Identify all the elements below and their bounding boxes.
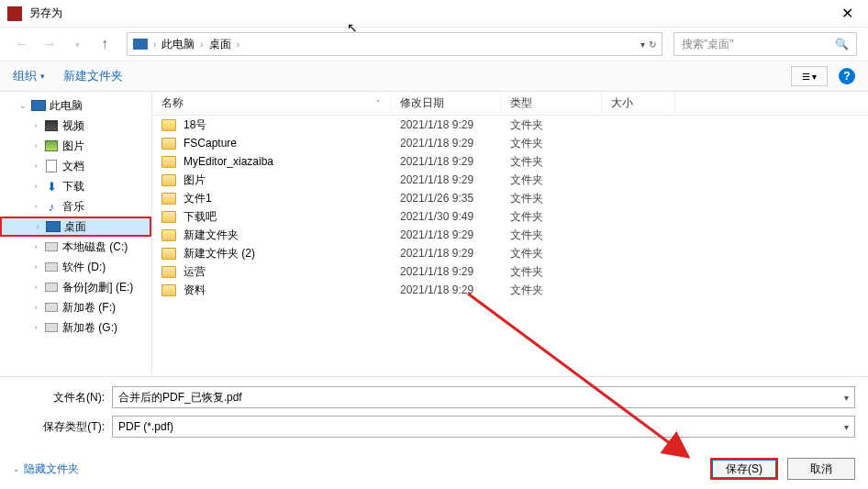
caret-right-icon: › xyxy=(31,121,40,130)
pc-icon xyxy=(133,39,148,50)
cancel-button[interactable]: 取消 xyxy=(787,458,855,480)
up-button[interactable]: ↑ xyxy=(94,33,116,55)
column-name[interactable]: 名称 ˄ xyxy=(152,92,391,115)
filetype-select[interactable]: PDF (*.pdf) ▾ xyxy=(112,416,855,438)
caret-right-icon: › xyxy=(31,262,40,272)
file-type: 文件夹 xyxy=(501,264,602,280)
filetype-label: 保存类型(T): xyxy=(13,419,112,435)
sidebar-item-2[interactable]: ›文档 xyxy=(0,156,151,176)
file-row[interactable]: 资料2021/1/18 9:29文件夹 xyxy=(152,281,868,299)
caret-right-icon: › xyxy=(33,222,42,231)
folder-icon xyxy=(161,284,176,296)
chevron-down-icon[interactable]: ▾ xyxy=(640,39,645,50)
hide-folders-label: 隐藏文件夹 xyxy=(24,461,79,477)
chevron-down-icon[interactable]: ▾ xyxy=(844,393,849,403)
file-row[interactable]: 图片2021/1/18 9:29文件夹 xyxy=(152,171,868,189)
monitor-icon xyxy=(46,220,61,233)
chevron-down-icon: ▾ xyxy=(40,72,45,81)
column-type[interactable]: 类型 xyxy=(501,92,602,115)
sidebar-item-8[interactable]: ›备份[勿删] (E:) xyxy=(0,277,151,297)
tree-root-this-pc[interactable]: ⌄ 此电脑 xyxy=(0,95,151,116)
close-icon[interactable]: ✕ xyxy=(834,5,861,22)
caret-right-icon: › xyxy=(31,182,40,191)
folder-icon xyxy=(161,156,176,168)
new-folder-button[interactable]: 新建文件夹 xyxy=(63,68,123,84)
caret-right-icon: › xyxy=(31,141,40,150)
tree-label: 桌面 xyxy=(64,219,86,235)
caret-right-icon: › xyxy=(31,202,40,211)
save-button[interactable]: 保存(S) xyxy=(710,458,778,480)
doc-icon xyxy=(44,160,59,172)
sidebar-item-10[interactable]: ›新加卷 (G:) xyxy=(0,317,151,338)
folder-icon xyxy=(161,248,176,260)
view-mode-button[interactable]: ☰ ▾ xyxy=(791,66,828,86)
sidebar-item-0[interactable]: ›视频 xyxy=(0,116,151,136)
music-icon: ♪ xyxy=(44,200,59,213)
file-name: 下载吧 xyxy=(184,209,217,225)
folder-icon xyxy=(161,211,176,223)
breadcrumb-item[interactable]: 此电脑 xyxy=(161,37,195,52)
file-type: 文件夹 xyxy=(501,209,602,225)
sidebar-item-1[interactable]: ›图片 xyxy=(0,136,151,156)
folder-icon xyxy=(161,119,176,131)
search-input[interactable]: 搜索"桌面" 🔍 xyxy=(673,32,857,56)
tree-label: 音乐 xyxy=(62,199,84,215)
filename-label: 文件名(N): xyxy=(13,390,112,406)
column-size[interactable]: 大小 xyxy=(602,92,675,115)
caret-right-icon: › xyxy=(31,303,40,312)
file-row[interactable]: 新建文件夹 (2)2021/1/18 9:29文件夹 xyxy=(152,244,868,262)
refresh-icon[interactable]: ↻ xyxy=(649,39,656,50)
sidebar-item-5[interactable]: ›桌面 xyxy=(0,217,151,237)
file-name: 新建文件夹 xyxy=(184,228,239,243)
tree-label: 新加卷 (G:) xyxy=(62,320,117,336)
chevron-down-icon[interactable]: ▾ xyxy=(844,422,849,432)
sidebar-item-9[interactable]: ›新加卷 (F:) xyxy=(0,297,151,317)
file-row[interactable]: 下载吧2021/1/30 9:49文件夹 xyxy=(152,207,868,226)
back-button[interactable]: ← xyxy=(11,33,33,55)
sidebar-item-3[interactable]: ›⬇下载 xyxy=(0,176,151,196)
file-type: 文件夹 xyxy=(501,136,602,151)
file-row[interactable]: 文件12021/1/26 9:35文件夹 xyxy=(152,189,868,207)
download-icon: ⬇ xyxy=(44,180,59,193)
file-row[interactable]: 新建文件夹2021/1/18 9:29文件夹 xyxy=(152,226,868,244)
breadcrumb-item[interactable]: 桌面 xyxy=(209,37,231,52)
file-name: 新建文件夹 (2) xyxy=(184,246,255,261)
file-date: 2021/1/18 9:29 xyxy=(391,265,501,278)
caret-right-icon: › xyxy=(31,242,40,251)
sidebar-item-7[interactable]: ›软件 (D:) xyxy=(0,257,151,277)
help-icon[interactable]: ? xyxy=(839,68,855,84)
picture-icon xyxy=(44,139,59,152)
filetype-value: PDF (*.pdf) xyxy=(118,420,173,433)
tree-label: 本地磁盘 (C:) xyxy=(62,239,128,255)
history-dropdown-icon[interactable]: ▾ xyxy=(66,33,88,55)
caret-right-icon: › xyxy=(31,283,40,292)
file-type: 文件夹 xyxy=(501,228,602,243)
sort-caret-icon: ˄ xyxy=(376,99,381,108)
sidebar-item-4[interactable]: ›♪音乐 xyxy=(0,196,151,217)
file-name: 18号 xyxy=(184,117,206,133)
file-row[interactable]: 18号2021/1/18 9:29文件夹 xyxy=(152,116,868,134)
pc-icon xyxy=(31,100,46,111)
tree-label: 新加卷 (F:) xyxy=(62,300,116,316)
tree-label: 备份[勿删] (E:) xyxy=(62,280,133,295)
sidebar-item-6[interactable]: ›本地磁盘 (C:) xyxy=(0,237,151,257)
file-type: 文件夹 xyxy=(501,246,602,261)
caret-right-icon: › xyxy=(31,323,40,332)
file-row[interactable]: 运营2021/1/18 9:29文件夹 xyxy=(152,262,868,281)
column-date[interactable]: 修改日期 xyxy=(391,92,501,115)
file-date: 2021/1/18 9:29 xyxy=(391,173,501,186)
filename-input[interactable]: 合并后的PDF_已恢复.pdf ▾ xyxy=(112,386,855,408)
search-placeholder: 搜索"桌面" xyxy=(682,37,734,52)
address-bar[interactable]: › 此电脑 › 桌面 › ▾ ↻ xyxy=(127,32,662,56)
tree-label: 图片 xyxy=(62,139,84,154)
file-row[interactable]: FSCapture2021/1/18 9:29文件夹 xyxy=(152,134,868,152)
folder-icon xyxy=(161,138,176,150)
forward-button[interactable]: → xyxy=(39,33,61,55)
file-row[interactable]: MyEditor_xiazaiba2021/1/18 9:29文件夹 xyxy=(152,152,868,171)
folder-icon xyxy=(161,266,176,278)
hide-folders-toggle[interactable]: ⌄ 隐藏文件夹 xyxy=(13,461,79,477)
organize-button[interactable]: 组织 ▾ xyxy=(13,68,45,84)
tree-label: 软件 (D:) xyxy=(62,260,106,275)
tree-label: 下载 xyxy=(62,179,84,194)
file-date: 2021/1/26 9:35 xyxy=(391,192,501,205)
